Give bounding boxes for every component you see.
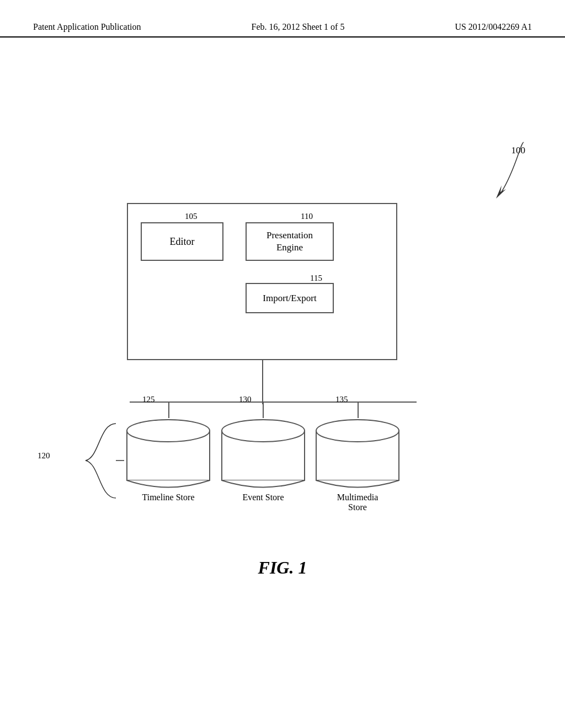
page-header: Patent Application Publication Feb. 16, … xyxy=(0,0,565,38)
connector-to-db1 xyxy=(168,402,169,418)
arrow-100-svg xyxy=(479,137,535,208)
figure-label: FIG. 1 xyxy=(258,558,307,578)
connector-horizontal xyxy=(130,402,417,403)
connector-to-db2 xyxy=(263,402,264,418)
ref-110: 110 xyxy=(301,212,313,221)
svg-point-4 xyxy=(222,420,305,442)
presentation-engine-box: PresentationEngine xyxy=(246,222,334,261)
multimedia-store-label: Multimedia Store xyxy=(311,493,404,512)
header-right: US 2012/0042269 A1 xyxy=(455,22,532,32)
connector-to-db3 xyxy=(358,402,359,418)
header-left: Patent Application Publication xyxy=(33,22,141,32)
multimedia-store-cylinder xyxy=(311,417,404,489)
ref-105: 105 xyxy=(185,212,198,221)
ref-115: 115 xyxy=(310,274,322,283)
ref-125: 125 xyxy=(142,395,155,404)
editor-box: Editor xyxy=(141,222,223,261)
diagram-area: 100 105 Editor 110 PresentationEngine 11… xyxy=(0,38,565,672)
ref-135: 135 xyxy=(335,395,348,404)
timeline-store-label: Timeline Store xyxy=(121,493,215,502)
ref-120: 120 xyxy=(38,451,50,461)
event-store-cylinder xyxy=(216,417,310,489)
ref-130: 130 xyxy=(239,395,252,404)
header-center: Feb. 16, 2012 Sheet 1 of 5 xyxy=(252,22,345,32)
timeline-store-cylinder xyxy=(121,417,215,489)
event-store-label: Event Store xyxy=(216,493,310,502)
svg-point-6 xyxy=(316,420,399,442)
import-export-box: Import/Export xyxy=(246,283,334,313)
brace-120-svg xyxy=(55,421,127,501)
svg-point-2 xyxy=(127,420,210,442)
connector-vertical xyxy=(262,360,263,404)
